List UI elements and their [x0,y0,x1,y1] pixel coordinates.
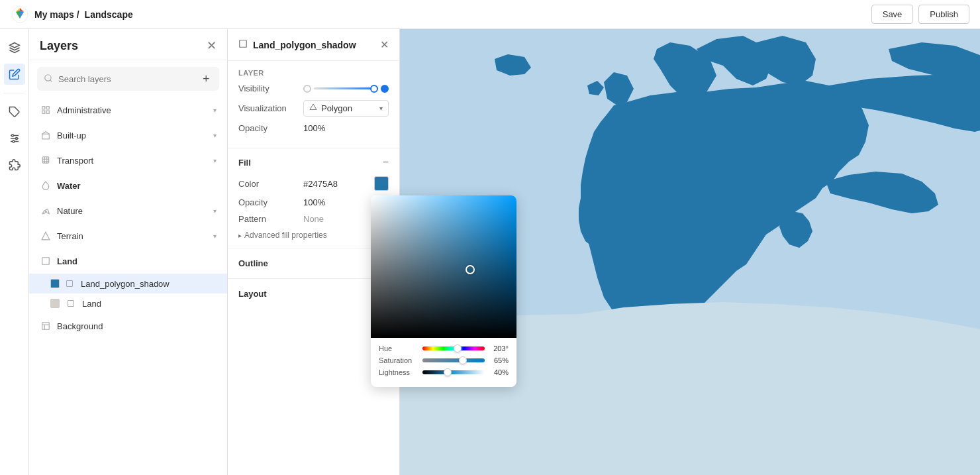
outline-title: Outline [238,258,268,268]
opacity-value: 100% [303,123,325,133]
lightness-slider[interactable] [422,370,485,374]
svg-rect-15 [42,134,50,139]
layer-item-transport[interactable]: Transport ▾ [29,148,227,173]
slider-end-dot [381,85,389,93]
search-bar: + [37,67,219,91]
svg-rect-12 [46,107,49,109]
terrain-icon [40,230,52,242]
layer-item-administrative[interactable]: Administrative ▾ [29,97,227,123]
saturation-slider-thumb[interactable] [459,356,467,364]
visualization-select[interactable]: Polygon ▾ [303,100,389,117]
search-input[interactable] [58,74,195,84]
svg-rect-20 [68,301,74,307]
svg-rect-24 [240,40,247,48]
lightness-slider-thumb[interactable] [444,368,452,376]
color-gradient-box[interactable] [371,195,516,338]
save-button[interactable]: Save [871,5,914,24]
layers-title: Layers [40,39,78,53]
fill-pattern-value: None [303,214,324,224]
publish-button[interactable]: Publish [918,5,969,24]
layer-item-builtup[interactable]: Built-up ▾ [29,123,227,148]
hue-slider[interactable] [422,346,485,350]
builtup-toggle[interactable]: ▾ [213,132,217,139]
administrative-toggle[interactable]: ▾ [213,107,217,114]
fill-pattern-row: Pattern None [238,214,389,224]
svg-marker-1 [9,43,19,48]
builtup-icon [40,129,52,141]
nature-toggle[interactable]: ▾ [213,207,217,215]
transport-name: Transport [57,156,208,166]
sublayer-shadow-color [50,279,60,288]
sidebar-sliders-icon[interactable] [4,128,25,149]
layer-item-terrain[interactable]: Terrain ▾ [29,223,227,248]
visualization-row: Visualization Polygon ▾ [238,100,389,117]
color-picker-popup: Hue 203° Saturation 65% Lightness 40% [371,195,516,387]
panel-header: Land_polygon_shadow ✕ [228,29,399,61]
sidebar-layers-icon[interactable] [4,37,25,58]
fill-color-row: Color #2475A8 [238,176,389,191]
slider-thumb[interactable] [370,85,378,93]
layer-item-water[interactable]: Water [29,173,227,198]
nature-name: Nature [57,206,208,216]
add-layer-button[interactable]: + [200,71,213,87]
advanced-fill-link[interactable]: ▸ Advanced fill properties [238,231,389,240]
sidebar-puzzle-icon[interactable] [4,154,25,176]
svg-rect-16 [42,157,48,163]
visibility-slider[interactable] [303,85,389,93]
visibility-label: Visibility [238,83,298,93]
chevron-down-icon: ▾ [379,105,383,112]
svg-point-9 [45,74,51,80]
layer-section-label: Layer [238,69,389,77]
slider-start-dot [303,85,311,93]
fill-pattern-label: Pattern [238,214,298,224]
sublayer-land[interactable]: Land [29,293,227,313]
color-picker-thumb[interactable] [466,265,475,274]
svg-rect-11 [42,107,45,109]
saturation-slider[interactable] [422,358,485,362]
svg-line-10 [50,79,52,81]
hue-slider-thumb[interactable] [454,344,462,352]
layer-item-nature[interactable]: Nature ▾ [29,198,227,223]
layer-item-land[interactable]: Land [29,248,227,274]
fill-opacity-label: Opacity [238,197,298,207]
lightness-row: Lightness 40% [379,368,509,376]
svg-marker-25 [310,104,317,110]
svg-point-8 [13,140,15,142]
advanced-fill-label: Advanced fill properties [244,231,327,240]
administrative-name: Administrative [57,105,208,115]
builtup-name: Built-up [57,131,208,140]
sublayer-land-name: Land [82,299,217,309]
panel-close-icon[interactable]: ✕ [380,38,389,51]
svg-point-7 [15,138,17,140]
sidebar-components-icon[interactable] [4,101,25,123]
layers-close-icon[interactable]: ✕ [207,38,217,53]
breadcrumb: My maps / Landscape [34,9,133,20]
opacity-row: Opacity 100% [238,123,389,133]
layers-panel: Layers ✕ + Administrative ▾ Built-up ▾ [29,29,228,475]
water-icon [40,180,52,191]
sublayer-land-polygon-shadow[interactable]: Land_polygon_shadow [29,274,227,293]
chevron-right-icon: ▸ [238,232,242,239]
transport-toggle[interactable]: ▾ [213,157,217,164]
nature-icon [40,205,52,217]
layer-item-background[interactable]: Background [29,313,227,339]
terrain-toggle[interactable]: ▾ [213,233,217,240]
opacity-label: Opacity [238,123,298,133]
terrain-name: Terrain [57,231,208,241]
slider-track[interactable] [314,87,378,89]
svg-rect-14 [42,111,45,113]
topbar-right: Save Publish [871,5,969,24]
fill-collapse-button[interactable]: − [383,156,389,168]
visibility-row: Visibility [238,83,389,93]
icon-sidebar [0,29,29,475]
land-name: Land [57,256,217,266]
visualization-label: Visualization [238,103,298,113]
sublayer-land-poly-icon [65,297,77,309]
fill-title: Fill [238,158,251,168]
topbar: My maps / Landscape Save Publish [0,0,980,29]
svg-rect-18 [42,258,50,265]
panel-title: Land_polygon_shadow [253,40,375,50]
sidebar-edit-icon[interactable] [4,64,25,85]
hue-label: Hue [379,344,418,352]
fill-color-swatch[interactable] [374,176,389,191]
